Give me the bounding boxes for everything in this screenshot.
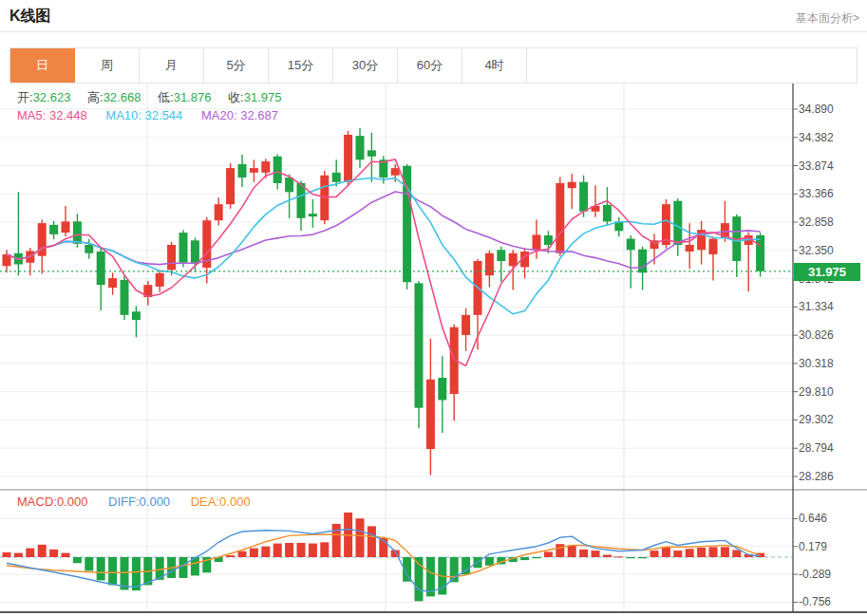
macd-bar bbox=[627, 557, 635, 558]
macd-bar bbox=[179, 557, 188, 578]
tab-30分[interactable]: 30分 bbox=[333, 48, 398, 83]
candle-body bbox=[309, 214, 317, 216]
tab-4时[interactable]: 4时 bbox=[462, 48, 527, 83]
macd-bar bbox=[721, 547, 729, 557]
y-axis-label: 28.794 bbox=[799, 440, 834, 456]
ma10-line bbox=[7, 178, 761, 314]
candle-body bbox=[156, 273, 164, 287]
candle-body bbox=[344, 135, 352, 182]
y-axis-label: 30.826 bbox=[799, 327, 834, 343]
candle-body bbox=[226, 168, 235, 204]
low-label: 低: bbox=[158, 90, 174, 104]
tab-5分[interactable]: 5分 bbox=[204, 48, 269, 83]
macd-bar bbox=[732, 550, 741, 557]
candle-body bbox=[97, 252, 105, 285]
macd-bar bbox=[614, 556, 623, 557]
open-value: 32.623 bbox=[33, 90, 71, 104]
y-axis-label: 33.874 bbox=[799, 159, 834, 174]
candle-body bbox=[579, 182, 588, 212]
close-label: 收: bbox=[228, 90, 244, 104]
candle-body bbox=[603, 205, 612, 222]
current-price-tag: 31.975 bbox=[794, 263, 860, 281]
candle-body bbox=[415, 283, 424, 407]
candle-body bbox=[638, 250, 647, 273]
low-value: 31.876 bbox=[174, 90, 212, 104]
tab-周[interactable]: 周 bbox=[75, 48, 140, 83]
macd-bar bbox=[226, 555, 235, 557]
candle-body bbox=[391, 168, 400, 176]
tab-月[interactable]: 月 bbox=[140, 48, 204, 83]
macd-bar bbox=[108, 557, 117, 585]
candle-body bbox=[356, 136, 365, 159]
candle-body bbox=[85, 245, 93, 253]
y-axis-label: 32.858 bbox=[799, 215, 834, 230]
macd-bar bbox=[332, 524, 341, 557]
y-axis-label: 34.382 bbox=[799, 130, 834, 145]
candle-body bbox=[485, 253, 494, 275]
macd-bar bbox=[250, 549, 258, 557]
y-axis-label: 29.302 bbox=[799, 412, 834, 427]
candle-body bbox=[132, 311, 141, 320]
diff-value: 0.000 bbox=[140, 495, 171, 509]
open-label: 开: bbox=[17, 90, 33, 104]
macd-bar bbox=[686, 549, 694, 557]
candle-body bbox=[673, 201, 682, 245]
dea-value: 0.000 bbox=[219, 495, 251, 509]
macd-bar bbox=[320, 542, 329, 557]
ma-legend: MA5: 32.448 MA10: 32.544 MA20: 32.687 bbox=[17, 108, 293, 122]
candle-body bbox=[297, 183, 306, 218]
candle-body bbox=[167, 245, 176, 270]
macd-bar bbox=[533, 557, 541, 558]
y-axis-label: 31.334 bbox=[799, 299, 834, 314]
y-axis-label: 0.179 bbox=[799, 539, 827, 554]
macd-bar bbox=[49, 550, 58, 557]
candle-body bbox=[497, 250, 505, 261]
macd-bar bbox=[568, 545, 576, 557]
macd-bar bbox=[285, 543, 293, 557]
page-title: K线图 bbox=[9, 7, 51, 27]
macd-bar bbox=[121, 557, 129, 589]
macd-legend: MACD:0.000 DIFF:0.000 DEA:0.000 bbox=[17, 495, 268, 509]
candle-body bbox=[320, 176, 329, 220]
candle-body bbox=[179, 233, 188, 263]
candle-body bbox=[556, 183, 564, 253]
macd-bar bbox=[38, 545, 47, 557]
y-axis-label: -0.756 bbox=[799, 594, 831, 609]
macd-bar bbox=[520, 557, 529, 560]
ma5-value: 32.448 bbox=[49, 108, 87, 122]
macd-label: MACD: bbox=[17, 495, 57, 509]
macd-bar bbox=[673, 551, 682, 557]
diff-label: DIFF: bbox=[108, 495, 140, 509]
y-axis-label: -0.289 bbox=[799, 567, 831, 582]
macd-value: 0.000 bbox=[57, 495, 88, 509]
macd-bar bbox=[3, 552, 11, 557]
candle-body bbox=[73, 221, 82, 243]
tab-15分[interactable]: 15分 bbox=[269, 48, 333, 83]
candle-body bbox=[756, 235, 764, 271]
high-label: 高: bbox=[87, 90, 104, 104]
candle-body bbox=[285, 177, 293, 192]
macd-bar bbox=[592, 551, 600, 557]
candle-body bbox=[568, 182, 576, 188]
candle-body bbox=[191, 240, 199, 264]
macd-bar bbox=[309, 544, 317, 557]
macd-bar bbox=[238, 551, 247, 557]
candle-body bbox=[238, 164, 247, 177]
macd-bar bbox=[485, 557, 494, 566]
macd-bar bbox=[697, 548, 706, 557]
candle-body bbox=[533, 234, 541, 250]
candle-body bbox=[709, 239, 718, 254]
candle-body bbox=[686, 245, 694, 252]
candle-body bbox=[273, 157, 282, 183]
macd-bar bbox=[356, 518, 365, 557]
macd-bar bbox=[97, 557, 105, 580]
macd-bar bbox=[297, 543, 306, 557]
macd-bar bbox=[579, 550, 588, 557]
fundamental-analysis-link[interactable]: 基本面分析> bbox=[796, 10, 859, 27]
ma5-label: MA5: bbox=[17, 108, 46, 122]
y-axis-label: 34.890 bbox=[799, 102, 834, 117]
macd-bar bbox=[14, 553, 23, 557]
macd-bar bbox=[261, 547, 270, 557]
tab-60分[interactable]: 60分 bbox=[398, 48, 462, 83]
tab-日[interactable]: 日 bbox=[10, 48, 75, 83]
